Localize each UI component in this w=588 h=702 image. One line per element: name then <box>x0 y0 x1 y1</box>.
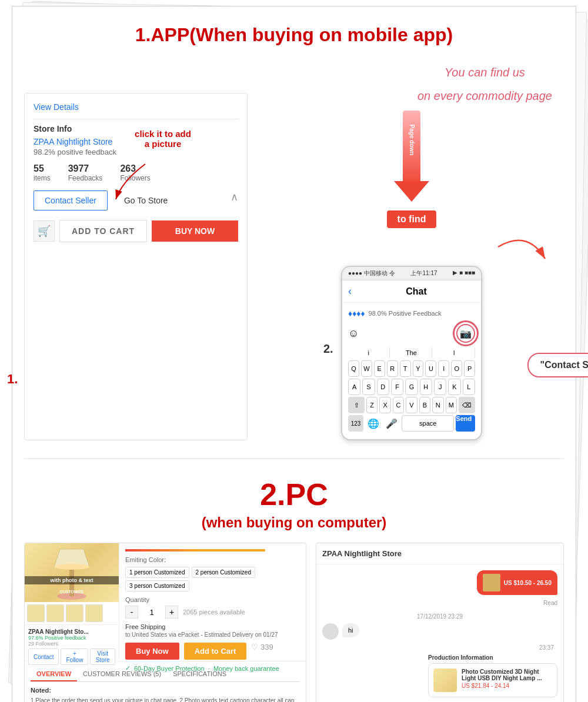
chat-messages: US $10.50 - 26.50 Read 17/12/2019 23:29 … <box>316 564 563 702</box>
curved-arrow <box>492 235 551 282</box>
chat-msg-product: Production Information Photo Customized … <box>322 654 557 697</box>
qty-available: 2065 pieces available <box>183 609 245 616</box>
pc-shipping-label: Free Shipping <box>125 623 300 630</box>
section2: 2.PC (when buying on computer) <box>24 477 564 702</box>
product-image-svg: CUSTOMIZE <box>48 543 95 602</box>
qty-plus-button[interactable]: + <box>165 606 178 619</box>
pc-note-text: 1.Place the order,then send us your pict… <box>31 696 300 702</box>
items-label: items <box>34 174 51 182</box>
find-us-text: You can find us on every commodity page <box>417 58 552 105</box>
chat-msg-price: US $10.50 - 26.50 <box>322 570 557 595</box>
tab-reviews[interactable]: CUSTOMER REVIEWS (5) <box>77 667 167 681</box>
pc-color-options: 1 person Customized 2 person Customized … <box>125 567 300 591</box>
section2-subtitle: (when buying on computer) <box>24 514 564 531</box>
pc-add-to-cart-button[interactable]: Add to Cart <box>184 643 247 660</box>
product-card-image <box>433 668 457 692</box>
section2-title: 2.PC <box>24 477 564 512</box>
word-suggestion-bar: i The l <box>348 347 475 358</box>
phone-title-bar: ‹ Chat <box>342 280 481 303</box>
phone-keyboard: QWE RTY UIO P ASD FGH JKL <box>348 360 475 432</box>
tab-specs[interactable]: SPECIFICATIONS <box>167 667 232 681</box>
pc-product-page: CUSTOMIZE with photo & text <box>24 543 306 702</box>
pc-buy-now-button[interactable]: Buy Now <box>125 643 179 660</box>
pc-visit-button[interactable]: Visit Store <box>90 648 115 665</box>
feedbacks-count: 3977 <box>68 163 103 174</box>
contact-seller-button[interactable]: Contact Seller <box>34 190 108 210</box>
cart-icon: 🛒 <box>34 220 55 242</box>
camera-btn[interactable]: 📷 <box>456 324 475 343</box>
arrow-annotation <box>110 158 157 205</box>
chat-store-header: ZPAA Nightlight Store <box>316 543 563 564</box>
pc-qty-label: Quantity <box>125 596 300 603</box>
read-label: Read <box>543 600 557 606</box>
buy-now-button[interactable]: BUY NOW <box>152 220 238 242</box>
view-details-link[interactable]: View Details <box>34 102 238 112</box>
pc-action-buttons: Buy Now Add to Cart ♡ 339 <box>125 643 300 660</box>
phone-feedback-row: ♦♦♦♦ 98.0% Positive Feedback <box>348 309 475 318</box>
to-find-label: to find <box>387 210 437 228</box>
pc-color-label: Emiting Color: <box>125 556 300 563</box>
click-annotation-1: click it to add a picture <box>125 129 201 149</box>
pc-chat-panel: ZPAA Nightlight Store US $10.50 - 26.50 <box>316 543 564 702</box>
store-info-panel: 1. View Details Store Info ZPAA Nightlig… <box>24 93 248 440</box>
color-opt-2[interactable]: 2 person Customized <box>192 567 256 578</box>
feedbacks-label: Feedbacks <box>68 174 103 182</box>
step1-marker: 1. <box>7 372 18 387</box>
tab-overview[interactable]: OVERVIEW <box>31 667 77 681</box>
chat-avatar <box>322 623 339 640</box>
phone-send-button[interactable]: Send <box>456 415 475 432</box>
section1-right: You can find us on every commodity page <box>259 58 564 440</box>
pc-contact-button[interactable]: Contact <box>28 648 59 665</box>
chat-msg-hi: hi <box>322 623 557 640</box>
svg-text:Page down: Page down <box>409 125 415 156</box>
pc-wishlist-count[interactable]: ♡ 339 <box>251 643 273 660</box>
page-down-container: Page down <box>388 111 435 205</box>
section1-title: 1.APP(When buying on mobile app) <box>24 24 564 46</box>
camera-button-area[interactable]: 📷 <box>456 324 475 343</box>
chat-timestamp2: 23:37 <box>322 644 557 651</box>
pc-shipping-detail: to United States via ePacket - Estimated… <box>125 631 300 638</box>
pc-noted-label: Noted: <box>31 687 300 694</box>
pc-product-detail: Emiting Color: 1 person Customized 2 per… <box>119 543 306 661</box>
product-card: Photo Customized 3D Night Light USB DIY … <box>428 663 557 697</box>
product-card-price: US $21.84 - 24.14 <box>462 683 552 689</box>
pc-follow-button[interactable]: + Follow <box>61 648 88 665</box>
pc-sidebar-followers: 29 Followers <box>28 641 115 647</box>
phone-toolbar: ☺ 📷 <box>348 324 475 343</box>
color-opt-3[interactable]: 3 person Customized <box>125 580 189 591</box>
page-down-arrow: Page down <box>388 111 435 205</box>
items-count: 55 <box>34 163 51 174</box>
svg-marker-3 <box>394 181 429 202</box>
pc-sidebar-store-name: ZPAA Nightlight Sto... <box>28 629 115 635</box>
contact-seller-bubble: "Contact Seller" <box>527 353 588 377</box>
pc-sidebar-feedback: 97.6% Positive feedback <box>28 635 115 641</box>
svg-point-9 <box>54 564 89 570</box>
phone-step2-label: 2. <box>323 342 333 356</box>
pc-qty-row: - 1 + 2065 pieces available <box>125 606 300 619</box>
svg-text:CUSTOMIZE: CUSTOMIZE <box>59 590 83 594</box>
product-card-title: Photo Customized 3D Night Light USB DIY … <box>462 668 552 681</box>
phone-mock: 2. ●●●● 中国移动 令 上午11:17 ▶ ■ ■■■ ‹ Chat <box>341 266 482 440</box>
color-opt-1[interactable]: 1 person Customized <box>125 567 189 578</box>
qty-value: 1 <box>143 608 161 617</box>
chat-timestamp1: 17/12/2019 23:29 <box>322 613 557 620</box>
qty-minus-button[interactable]: - <box>125 606 138 619</box>
store-feedback: 98.2% positive feedback <box>34 148 238 156</box>
add-to-cart-button[interactable]: ADD TO CART <box>59 220 147 242</box>
phone-status-bar: ●●●● 中国移动 令 上午11:17 ▶ ■ ■■■ <box>342 267 481 280</box>
